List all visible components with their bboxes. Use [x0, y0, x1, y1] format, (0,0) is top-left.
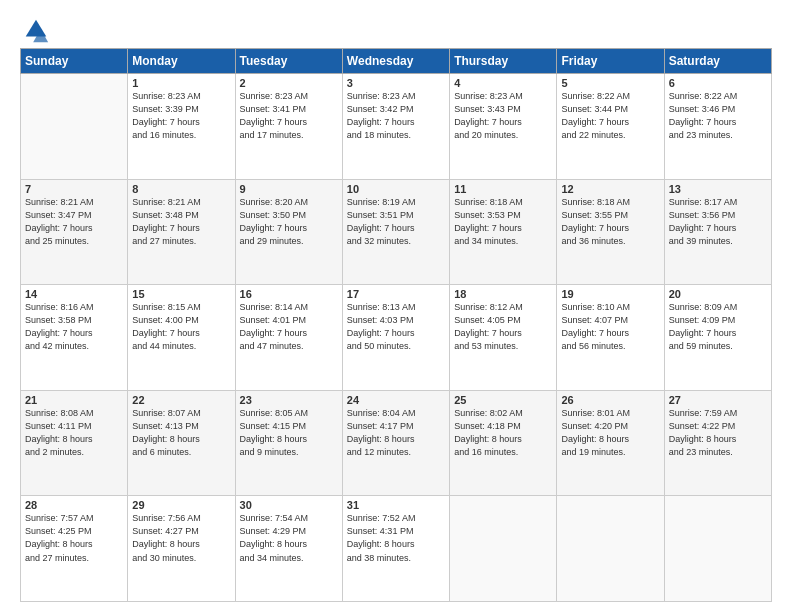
calendar-cell [450, 496, 557, 602]
calendar-cell: 7Sunrise: 8:21 AM Sunset: 3:47 PM Daylig… [21, 179, 128, 285]
calendar-cell: 14Sunrise: 8:16 AM Sunset: 3:58 PM Dayli… [21, 285, 128, 391]
day-number: 19 [561, 288, 659, 300]
day-number: 4 [454, 77, 552, 89]
day-info: Sunrise: 8:04 AM Sunset: 4:17 PM Dayligh… [347, 407, 445, 459]
day-number: 5 [561, 77, 659, 89]
calendar-cell: 30Sunrise: 7:54 AM Sunset: 4:29 PM Dayli… [235, 496, 342, 602]
day-number: 31 [347, 499, 445, 511]
day-number: 16 [240, 288, 338, 300]
day-info: Sunrise: 8:23 AM Sunset: 3:43 PM Dayligh… [454, 90, 552, 142]
calendar-header: SundayMondayTuesdayWednesdayThursdayFrid… [21, 49, 772, 74]
day-info: Sunrise: 8:20 AM Sunset: 3:50 PM Dayligh… [240, 196, 338, 248]
day-number: 12 [561, 183, 659, 195]
day-info: Sunrise: 8:22 AM Sunset: 3:46 PM Dayligh… [669, 90, 767, 142]
calendar-cell [557, 496, 664, 602]
day-info: Sunrise: 8:23 AM Sunset: 3:42 PM Dayligh… [347, 90, 445, 142]
day-info: Sunrise: 7:52 AM Sunset: 4:31 PM Dayligh… [347, 512, 445, 564]
day-number: 6 [669, 77, 767, 89]
day-info: Sunrise: 8:07 AM Sunset: 4:13 PM Dayligh… [132, 407, 230, 459]
weekday-header: Thursday [450, 49, 557, 74]
day-number: 28 [25, 499, 123, 511]
calendar-cell: 29Sunrise: 7:56 AM Sunset: 4:27 PM Dayli… [128, 496, 235, 602]
day-number: 21 [25, 394, 123, 406]
day-number: 18 [454, 288, 552, 300]
day-number: 11 [454, 183, 552, 195]
day-info: Sunrise: 8:19 AM Sunset: 3:51 PM Dayligh… [347, 196, 445, 248]
calendar-cell: 22Sunrise: 8:07 AM Sunset: 4:13 PM Dayli… [128, 390, 235, 496]
calendar-cell: 3Sunrise: 8:23 AM Sunset: 3:42 PM Daylig… [342, 74, 449, 180]
weekday-header: Wednesday [342, 49, 449, 74]
weekday-header: Monday [128, 49, 235, 74]
day-info: Sunrise: 8:23 AM Sunset: 3:41 PM Dayligh… [240, 90, 338, 142]
day-number: 13 [669, 183, 767, 195]
weekday-header: Sunday [21, 49, 128, 74]
day-number: 14 [25, 288, 123, 300]
day-info: Sunrise: 7:59 AM Sunset: 4:22 PM Dayligh… [669, 407, 767, 459]
day-info: Sunrise: 8:13 AM Sunset: 4:03 PM Dayligh… [347, 301, 445, 353]
calendar-week: 14Sunrise: 8:16 AM Sunset: 3:58 PM Dayli… [21, 285, 772, 391]
day-number: 2 [240, 77, 338, 89]
day-info: Sunrise: 8:09 AM Sunset: 4:09 PM Dayligh… [669, 301, 767, 353]
logo [20, 16, 50, 38]
day-number: 9 [240, 183, 338, 195]
day-info: Sunrise: 8:01 AM Sunset: 4:20 PM Dayligh… [561, 407, 659, 459]
day-info: Sunrise: 8:17 AM Sunset: 3:56 PM Dayligh… [669, 196, 767, 248]
day-number: 25 [454, 394, 552, 406]
day-info: Sunrise: 8:10 AM Sunset: 4:07 PM Dayligh… [561, 301, 659, 353]
calendar-cell [664, 496, 771, 602]
calendar-cell: 26Sunrise: 8:01 AM Sunset: 4:20 PM Dayli… [557, 390, 664, 496]
day-info: Sunrise: 8:14 AM Sunset: 4:01 PM Dayligh… [240, 301, 338, 353]
day-number: 24 [347, 394, 445, 406]
calendar-cell: 9Sunrise: 8:20 AM Sunset: 3:50 PM Daylig… [235, 179, 342, 285]
calendar-week: 21Sunrise: 8:08 AM Sunset: 4:11 PM Dayli… [21, 390, 772, 496]
day-number: 29 [132, 499, 230, 511]
calendar-cell: 1Sunrise: 8:23 AM Sunset: 3:39 PM Daylig… [128, 74, 235, 180]
day-info: Sunrise: 8:05 AM Sunset: 4:15 PM Dayligh… [240, 407, 338, 459]
calendar-cell: 24Sunrise: 8:04 AM Sunset: 4:17 PM Dayli… [342, 390, 449, 496]
day-info: Sunrise: 8:02 AM Sunset: 4:18 PM Dayligh… [454, 407, 552, 459]
day-info: Sunrise: 8:18 AM Sunset: 3:53 PM Dayligh… [454, 196, 552, 248]
weekday-header: Friday [557, 49, 664, 74]
day-info: Sunrise: 8:21 AM Sunset: 3:48 PM Dayligh… [132, 196, 230, 248]
calendar-cell: 17Sunrise: 8:13 AM Sunset: 4:03 PM Dayli… [342, 285, 449, 391]
calendar-cell: 8Sunrise: 8:21 AM Sunset: 3:48 PM Daylig… [128, 179, 235, 285]
day-number: 10 [347, 183, 445, 195]
calendar-cell: 21Sunrise: 8:08 AM Sunset: 4:11 PM Dayli… [21, 390, 128, 496]
day-number: 20 [669, 288, 767, 300]
calendar-cell: 11Sunrise: 8:18 AM Sunset: 3:53 PM Dayli… [450, 179, 557, 285]
calendar-cell: 6Sunrise: 8:22 AM Sunset: 3:46 PM Daylig… [664, 74, 771, 180]
calendar-cell: 2Sunrise: 8:23 AM Sunset: 3:41 PM Daylig… [235, 74, 342, 180]
calendar-cell: 31Sunrise: 7:52 AM Sunset: 4:31 PM Dayli… [342, 496, 449, 602]
day-info: Sunrise: 8:18 AM Sunset: 3:55 PM Dayligh… [561, 196, 659, 248]
day-info: Sunrise: 7:54 AM Sunset: 4:29 PM Dayligh… [240, 512, 338, 564]
calendar-cell: 5Sunrise: 8:22 AM Sunset: 3:44 PM Daylig… [557, 74, 664, 180]
day-info: Sunrise: 8:16 AM Sunset: 3:58 PM Dayligh… [25, 301, 123, 353]
calendar-cell: 19Sunrise: 8:10 AM Sunset: 4:07 PM Dayli… [557, 285, 664, 391]
day-info: Sunrise: 8:21 AM Sunset: 3:47 PM Dayligh… [25, 196, 123, 248]
day-info: Sunrise: 8:22 AM Sunset: 3:44 PM Dayligh… [561, 90, 659, 142]
calendar-cell: 12Sunrise: 8:18 AM Sunset: 3:55 PM Dayli… [557, 179, 664, 285]
logo-icon [22, 16, 50, 44]
day-number: 22 [132, 394, 230, 406]
calendar-week: 1Sunrise: 8:23 AM Sunset: 3:39 PM Daylig… [21, 74, 772, 180]
calendar-cell: 18Sunrise: 8:12 AM Sunset: 4:05 PM Dayli… [450, 285, 557, 391]
calendar-week: 28Sunrise: 7:57 AM Sunset: 4:25 PM Dayli… [21, 496, 772, 602]
calendar-cell: 16Sunrise: 8:14 AM Sunset: 4:01 PM Dayli… [235, 285, 342, 391]
day-number: 23 [240, 394, 338, 406]
calendar-cell: 10Sunrise: 8:19 AM Sunset: 3:51 PM Dayli… [342, 179, 449, 285]
calendar-cell [21, 74, 128, 180]
day-number: 3 [347, 77, 445, 89]
calendar-cell: 23Sunrise: 8:05 AM Sunset: 4:15 PM Dayli… [235, 390, 342, 496]
calendar-cell: 20Sunrise: 8:09 AM Sunset: 4:09 PM Dayli… [664, 285, 771, 391]
day-info: Sunrise: 8:15 AM Sunset: 4:00 PM Dayligh… [132, 301, 230, 353]
day-number: 7 [25, 183, 123, 195]
weekday-header: Tuesday [235, 49, 342, 74]
day-info: Sunrise: 7:57 AM Sunset: 4:25 PM Dayligh… [25, 512, 123, 564]
day-number: 1 [132, 77, 230, 89]
calendar-cell: 25Sunrise: 8:02 AM Sunset: 4:18 PM Dayli… [450, 390, 557, 496]
day-number: 26 [561, 394, 659, 406]
header [20, 16, 772, 38]
calendar-cell: 13Sunrise: 8:17 AM Sunset: 3:56 PM Dayli… [664, 179, 771, 285]
day-info: Sunrise: 8:08 AM Sunset: 4:11 PM Dayligh… [25, 407, 123, 459]
day-info: Sunrise: 7:56 AM Sunset: 4:27 PM Dayligh… [132, 512, 230, 564]
